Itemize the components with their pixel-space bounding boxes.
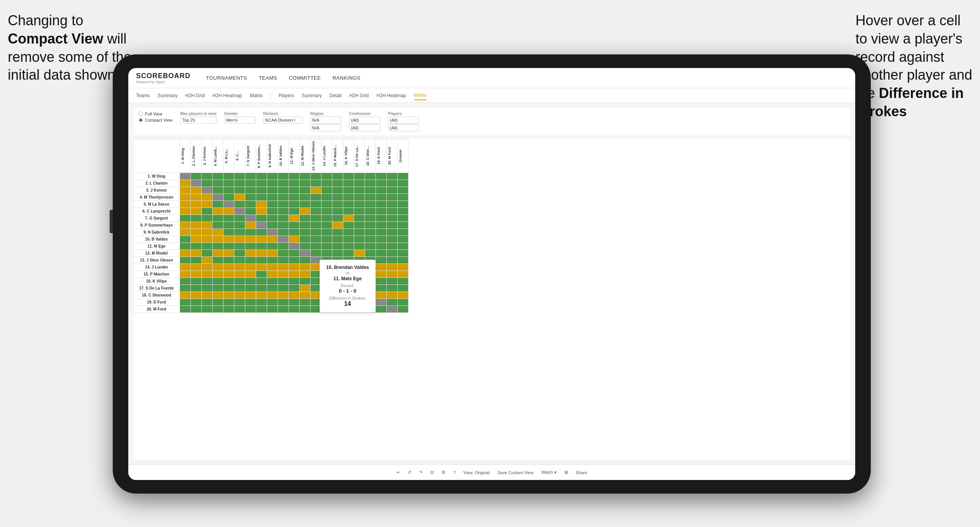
matrix-cell[interactable] (289, 236, 300, 243)
matrix-cell[interactable] (398, 284, 409, 291)
view-original-button[interactable]: View: Original (463, 470, 490, 475)
matrix-cell[interactable] (343, 208, 354, 215)
matrix-cell[interactable] (256, 201, 267, 208)
matrix-cell[interactable] (365, 243, 376, 250)
matrix-cell[interactable] (398, 187, 409, 194)
matrix-cell[interactable] (224, 173, 234, 180)
matrix-cell[interactable] (398, 298, 409, 305)
matrix-cell[interactable] (213, 201, 224, 208)
matrix-cell[interactable] (387, 291, 398, 298)
matrix-cell[interactable] (234, 236, 245, 243)
matrix-cell[interactable] (343, 222, 354, 229)
matrix-cell[interactable] (267, 194, 278, 201)
matrix-area[interactable]: 10. Brendan Valdes vs 11. Mats Ege Recor… (133, 139, 851, 460)
matrix-cell[interactable] (213, 277, 224, 284)
matrix-cell[interactable] (311, 187, 321, 194)
matrix-cell[interactable] (256, 250, 267, 257)
matrix-cell[interactable] (202, 257, 213, 264)
matrix-cell[interactable] (213, 229, 224, 236)
matrix-cell[interactable] (202, 236, 213, 243)
matrix-cell[interactable] (245, 229, 256, 236)
matrix-cell[interactable] (278, 264, 289, 270)
matrix-cell[interactable] (256, 291, 267, 298)
watch-button[interactable]: Watch ▾ (541, 470, 557, 475)
matrix-cell[interactable] (234, 277, 245, 284)
matrix-cell[interactable] (376, 180, 387, 187)
matrix-cell[interactable] (224, 180, 234, 187)
matrix-cell[interactable] (202, 277, 213, 284)
matrix-cell[interactable] (300, 250, 311, 257)
save-custom-button[interactable]: Save Custom View (497, 470, 533, 475)
matrix-cell[interactable] (180, 291, 191, 298)
matrix-cell[interactable] (343, 215, 354, 222)
matrix-cell[interactable] (245, 180, 256, 187)
matrix-cell[interactable] (387, 243, 398, 250)
matrix-cell[interactable] (224, 229, 234, 236)
matrix-cell[interactable] (202, 298, 213, 305)
matrix-cell[interactable] (191, 277, 202, 284)
tab-players[interactable]: Players (278, 91, 294, 100)
matrix-cell[interactable] (376, 222, 387, 229)
matrix-cell[interactable] (180, 298, 191, 305)
matrix-cell[interactable] (224, 236, 234, 243)
redo-button[interactable]: ↺ (408, 470, 411, 475)
matrix-cell[interactable] (300, 270, 311, 277)
matrix-cell[interactable] (398, 215, 409, 222)
matrix-cell[interactable] (332, 215, 343, 222)
matrix-cell[interactable] (289, 173, 300, 180)
matrix-cell[interactable] (332, 208, 343, 215)
matrix-cell[interactable] (224, 298, 234, 305)
matrix-cell[interactable] (278, 180, 289, 187)
matrix-cell[interactable] (191, 208, 202, 215)
matrix-cell[interactable] (191, 257, 202, 264)
matrix-cell[interactable] (191, 201, 202, 208)
matrix-cell[interactable] (180, 229, 191, 236)
matrix-cell[interactable] (365, 215, 376, 222)
matrix-cell[interactable] (245, 208, 256, 215)
matrix-cell[interactable] (256, 264, 267, 270)
reset-button[interactable]: ↷ (419, 470, 423, 475)
matrix-cell[interactable] (300, 215, 311, 222)
matrix-cell[interactable] (202, 201, 213, 208)
matrix-cell[interactable] (398, 264, 409, 270)
matrix-cell[interactable] (191, 250, 202, 257)
matrix-cell[interactable] (354, 250, 365, 257)
matrix-cell[interactable] (234, 173, 245, 180)
matrix-cell[interactable] (354, 194, 365, 201)
matrix-cell[interactable] (354, 201, 365, 208)
matrix-cell[interactable] (289, 229, 300, 236)
matrix-cell[interactable] (245, 250, 256, 257)
matrix-cell[interactable] (278, 243, 289, 250)
tab-matrix[interactable]: Matrix (250, 91, 263, 100)
matrix-cell[interactable] (376, 194, 387, 201)
matrix-cell[interactable] (321, 250, 332, 257)
matrix-cell[interactable] (213, 173, 224, 180)
matrix-cell[interactable] (256, 208, 267, 215)
tab-h2h-heatmap[interactable]: H2H Heatmap (213, 91, 242, 100)
matrix-cell[interactable] (267, 229, 278, 236)
tab-summary[interactable]: Summary (157, 91, 177, 100)
matrix-cell[interactable] (289, 180, 300, 187)
filter-region-select2[interactable]: N/A (310, 124, 341, 131)
matrix-cell[interactable] (289, 208, 300, 215)
matrix-cell[interactable] (180, 208, 191, 215)
matrix-cell[interactable] (398, 180, 409, 187)
matrix-cell[interactable] (376, 187, 387, 194)
matrix-cell[interactable] (191, 284, 202, 291)
matrix-cell[interactable] (376, 173, 387, 180)
matrix-cell[interactable] (256, 229, 267, 236)
matrix-cell[interactable] (354, 243, 365, 250)
matrix-cell[interactable] (202, 264, 213, 270)
matrix-cell[interactable] (191, 298, 202, 305)
matrix-cell[interactable] (278, 257, 289, 264)
matrix-cell[interactable] (278, 215, 289, 222)
matrix-cell[interactable] (365, 173, 376, 180)
filter-players-select1[interactable]: (All) (388, 117, 419, 124)
matrix-cell[interactable] (224, 222, 234, 229)
matrix-cell[interactable] (376, 215, 387, 222)
matrix-cell[interactable] (234, 291, 245, 298)
matrix-cell[interactable] (321, 180, 332, 187)
matrix-cell[interactable] (245, 187, 256, 194)
filter-region-select1[interactable]: N/A (310, 117, 341, 124)
matrix-cell[interactable] (180, 257, 191, 264)
